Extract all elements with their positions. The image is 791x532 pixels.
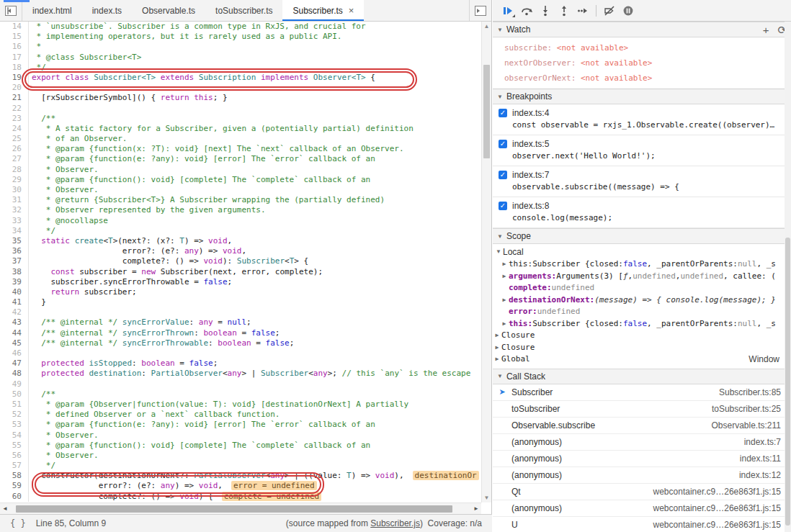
scope-variable-row[interactable]: ▶destinationOrNext: (message) => { conso… <box>493 294 791 307</box>
line-number[interactable]: 33 <box>0 216 29 226</box>
callstack-frame[interactable]: Uwebcontainer.c9…26e863f1.js:15 <box>493 517 791 532</box>
expand-triangle-icon[interactable]: ▶ <box>493 342 501 354</box>
scroll-down-arrow[interactable]: ▼ <box>482 493 491 502</box>
line-number[interactable]: 24 <box>0 124 29 134</box>
line-number[interactable]: 19 <box>0 73 29 83</box>
frame-source-location[interactable]: Observable.ts:211 <box>712 420 782 430</box>
scope-variable-row[interactable]: ▶this: Subscriber {closed: false, _paren… <box>493 318 791 330</box>
callstack-frame[interactable]: Observable.subscribeObservable.ts:211 <box>493 418 791 434</box>
line-number[interactable]: 20 <box>0 83 29 93</box>
expand-triangle-icon[interactable]: ▶ <box>500 258 509 271</box>
tab-observable-ts[interactable]: Observable.ts <box>132 0 205 21</box>
show-navigator-button[interactable] <box>0 0 22 21</box>
watch-expression-row[interactable]: subscribe: <not available> <box>493 40 791 55</box>
line-number[interactable]: 57 <box>0 461 29 471</box>
scroll-right-arrow[interactable]: ► <box>471 504 481 514</box>
line-number[interactable]: 53 <box>0 420 29 430</box>
scope-variable-row[interactable]: ▶this: Subscriber {closed: false, _paren… <box>493 258 791 271</box>
line-number[interactable]: 55 <box>0 441 29 451</box>
expand-triangle-icon[interactable]: ▶ <box>500 271 509 283</box>
scope-section-header[interactable]: ▼ Scope <box>493 228 791 244</box>
line-number[interactable]: 44 <box>0 328 29 338</box>
scope-variable-row[interactable]: ▶arguments: Arguments(3) [ƒ, undefined, … <box>493 271 791 283</box>
line-number[interactable]: 27 <box>0 154 29 164</box>
pretty-print-button[interactable]: { } <box>10 518 26 528</box>
line-number[interactable]: 58 <box>0 471 29 481</box>
line-number[interactable]: 28 <box>0 165 29 175</box>
line-number[interactable]: 23 <box>0 114 29 124</box>
line-number[interactable]: 51 <box>0 400 29 410</box>
line-number[interactable]: 35 <box>0 236 29 246</box>
tab-subscriber-ts[interactable]: Subscriber.ts× <box>282 0 364 21</box>
frame-source-location[interactable]: Subscriber.ts:85 <box>719 387 781 397</box>
scroll-up-arrow[interactable]: ▲ <box>482 22 491 31</box>
watch-expression-row[interactable]: observerOrNext: <not available> <box>493 71 791 86</box>
line-number[interactable]: 14 <box>0 22 29 32</box>
frame-source-location[interactable]: webcontainer.c9…26e863f1.js:15 <box>653 503 781 513</box>
step-into-button[interactable] <box>536 2 555 19</box>
line-number[interactable]: 52 <box>0 410 29 420</box>
line-number[interactable]: 41 <box>0 297 29 307</box>
source-map-link[interactable]: Subscriber.js <box>370 518 420 528</box>
editor-horizontal-scrollbar[interactable]: ◄ ► <box>0 502 481 514</box>
line-number[interactable]: 26 <box>0 144 29 154</box>
frame-source-location[interactable]: webcontainer.c9…26e863f1.js:15 <box>653 487 781 497</box>
tab-index-html[interactable]: index.html <box>22 0 82 21</box>
line-number[interactable]: 46 <box>0 348 29 359</box>
breakpoint-checkbox[interactable]: ✓ <box>499 171 507 179</box>
step-button[interactable] <box>573 2 592 19</box>
tab-index-ts[interactable]: index.ts <box>82 0 132 21</box>
tab-close-icon[interactable]: × <box>349 5 354 16</box>
callstack-frame[interactable]: (anonymous)index.ts:12 <box>493 467 791 484</box>
line-number[interactable]: 21 <box>0 93 29 103</box>
callstack-frame[interactable]: ➤SubscriberSubscriber.ts:85 <box>493 384 791 401</box>
line-number[interactable]: 29 <box>0 175 29 185</box>
breakpoint-checkbox[interactable]: ✓ <box>499 140 507 148</box>
line-number[interactable]: 47 <box>0 359 29 369</box>
expand-triangle-icon[interactable]: ▶ <box>500 294 509 307</box>
tab-tosubscriber-ts[interactable]: toSubscriber.ts <box>205 0 282 21</box>
line-number[interactable]: 15 <box>0 32 29 42</box>
callstack-section-header[interactable]: ▼ Call Stack <box>493 369 791 384</box>
scope-variable-row[interactable]: complete: undefined <box>493 282 791 294</box>
line-number[interactable]: 54 <box>0 430 29 441</box>
expand-triangle-icon[interactable]: ▶ <box>500 318 509 330</box>
breakpoint-row[interactable]: ✓index.ts:7observable.subscribe((message… <box>493 166 791 197</box>
line-number[interactable]: 45 <box>0 338 29 348</box>
scope-global-row[interactable]: ▶GlobalWindow <box>493 353 791 366</box>
code-editor[interactable]: 14 * `unsubscribe`. Subscriber is a comm… <box>0 22 491 502</box>
line-number[interactable]: 56 <box>0 451 29 461</box>
line-number[interactable]: 34 <box>0 226 29 236</box>
callstack-frame[interactable]: Qtwebcontainer.c9…26e863f1.js:15 <box>493 484 791 500</box>
add-watch-button[interactable]: + <box>763 24 769 35</box>
line-number[interactable]: 50 <box>0 389 29 400</box>
line-number[interactable]: 42 <box>0 307 29 317</box>
line-number[interactable]: 49 <box>0 379 29 389</box>
line-number[interactable]: 40 <box>0 287 29 297</box>
scope-closure-row[interactable]: ▶Closure <box>493 342 791 354</box>
sidebar-scrollbar[interactable] <box>785 22 791 532</box>
breakpoint-row[interactable]: ✓index.ts:4const observable = rxjs_1.Obs… <box>493 104 791 135</box>
scope-local-row[interactable]: ▼Local <box>493 245 791 258</box>
step-over-button[interactable] <box>517 2 536 19</box>
horizontal-scroll-thumb[interactable] <box>16 505 452 513</box>
editor-vertical-scrollbar[interactable]: ▲ ▼ <box>481 22 491 502</box>
line-number[interactable]: 48 <box>0 369 29 379</box>
sidebar-scroll-thumb[interactable] <box>785 238 790 526</box>
line-number[interactable]: 36 <box>0 246 29 256</box>
line-number[interactable]: 18 <box>0 63 29 73</box>
breakpoint-row[interactable]: ✓index.ts:8console.log(message); <box>493 197 791 228</box>
more-tabs-button[interactable] <box>469 0 491 21</box>
line-number[interactable]: 37 <box>0 256 29 266</box>
breakpoint-checkbox[interactable]: ✓ <box>499 109 507 117</box>
line-number[interactable]: 38 <box>0 267 29 277</box>
frame-source-location[interactable]: webcontainer.c9…26e863f1.js:15 <box>653 520 781 530</box>
expand-triangle-icon[interactable]: ▼ <box>494 245 503 258</box>
scope-variable-row[interactable]: error: undefined <box>493 306 791 318</box>
line-number[interactable]: 16 <box>0 42 29 52</box>
expand-triangle-icon[interactable] <box>500 306 509 318</box>
breakpoint-checkbox[interactable]: ✓ <box>499 202 507 210</box>
callstack-frame[interactable]: (anonymous)index.ts:11 <box>493 451 791 467</box>
callstack-frame[interactable]: toSubscribertoSubscriber.ts:25 <box>493 401 791 418</box>
pause-on-exceptions-button[interactable] <box>619 2 638 19</box>
